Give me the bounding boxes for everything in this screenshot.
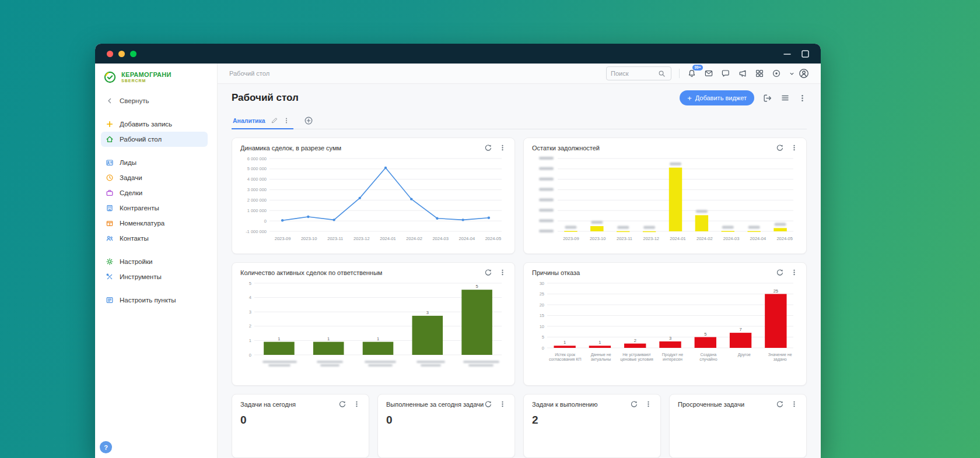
svg-text:3: 3: [426, 310, 429, 315]
lead-card-icon: [106, 158, 114, 167]
plus-icon: [106, 120, 114, 128]
widget-debt-balances: Остатки задолжностей 2023-092023-102023-…: [523, 138, 807, 254]
refresh-icon[interactable]: [338, 400, 346, 408]
search-box[interactable]: [606, 66, 671, 80]
widget-tasks-done-today: Выполненные за сегодня задачи 0: [377, 394, 515, 458]
page-title: Рабочий стол: [232, 92, 299, 104]
sidebar-item-contacts[interactable]: Контакты: [101, 231, 208, 246]
kebab-menu-icon[interactable]: [499, 400, 506, 408]
svg-text:2 000 000: 2 000 000: [247, 198, 267, 203]
kebab-menu-icon[interactable]: [353, 400, 360, 408]
refresh-icon[interactable]: [776, 269, 783, 276]
bar-chart-debts: 2023-092023-102023-112023-122024-012024-…: [532, 153, 798, 244]
svg-text:5 000 000: 5 000 000: [247, 166, 267, 171]
widget-title: Количество активных сделок по ответствен…: [240, 269, 382, 276]
zoom-window-button[interactable]: [130, 51, 136, 57]
svg-text:0: 0: [264, 219, 267, 224]
minimize-window-button[interactable]: [118, 51, 125, 57]
add-widget-button[interactable]: + Добавить виджет: [680, 90, 754, 105]
tab-analytics[interactable]: Аналитика: [232, 117, 293, 129]
clock-icon: [106, 174, 114, 182]
sidebar-item-nomenclature[interactable]: Номенклатура: [101, 216, 208, 231]
contacts-icon: [106, 234, 114, 242]
widget-rejection-reasons: Причины отказа 30252015105011235725Истек…: [523, 262, 807, 386]
tab-kebab-icon[interactable]: [283, 117, 290, 124]
search-input[interactable]: [611, 70, 657, 77]
svg-text:15: 15: [540, 313, 544, 318]
kebab-menu-icon[interactable]: [790, 144, 798, 152]
add-tab-button[interactable]: [304, 116, 313, 129]
widget-title: Задачи к выполнению: [532, 401, 598, 408]
sidebar-item-label: Сделки: [120, 189, 142, 196]
svg-text:3: 3: [669, 336, 671, 341]
minimize-icon[interactable]: [783, 50, 791, 58]
sidebar-collapse-button[interactable]: Свернуть: [101, 93, 208, 108]
widget-title: Динамика сделок, в разрезе сумм: [240, 145, 341, 152]
page-content: Рабочий стол + Добавить виджет: [218, 84, 821, 458]
sidebar-item-add-record[interactable]: Добавить запись: [101, 117, 208, 132]
search-icon[interactable]: [657, 69, 666, 78]
help-button[interactable]: ?: [100, 441, 112, 453]
kebab-menu-icon[interactable]: [645, 400, 652, 408]
mail-button[interactable]: [704, 69, 713, 78]
maximize-icon[interactable]: [802, 50, 809, 58]
sidebar-item-tools[interactable]: Инструменты: [101, 269, 208, 284]
kebab-menu-icon[interactable]: [499, 269, 506, 276]
export-icon[interactable]: [762, 93, 772, 103]
refresh-icon[interactable]: [484, 144, 492, 152]
refresh-icon[interactable]: [776, 144, 783, 152]
svg-text:1: 1: [249, 338, 251, 343]
widget-tasks-today: Задачи на сегодня 0: [232, 394, 369, 458]
sidebar-item-dashboard[interactable]: Рабочий стол: [101, 132, 208, 147]
kebab-menu-icon[interactable]: [499, 144, 506, 152]
apps-button[interactable]: [755, 69, 764, 78]
sidebar-item-label: Добавить запись: [120, 121, 172, 128]
bonus-button[interactable]: [772, 69, 781, 78]
sidebar-item-tasks[interactable]: Задачи: [101, 170, 208, 185]
refresh-icon[interactable]: [484, 269, 492, 276]
apps-icon: [755, 69, 764, 78]
bar-chart-rejections: 30252015105011235725Истек срок согласова…: [532, 277, 798, 375]
sidebar-item-leads[interactable]: Лиды: [101, 155, 208, 170]
refresh-icon[interactable]: [630, 400, 638, 408]
sidebar-item-configure-items[interactable]: Настроить пункты: [101, 293, 208, 308]
refresh-icon[interactable]: [776, 400, 783, 408]
chevron-down-icon: [789, 71, 795, 77]
svg-text:1: 1: [564, 340, 566, 345]
svg-text:25: 25: [774, 288, 778, 294]
announcements-button[interactable]: [738, 69, 747, 78]
disc-icon: [772, 69, 781, 78]
menu-icon[interactable]: [780, 93, 790, 103]
svg-text:3 000 000: 3 000 000: [247, 187, 267, 192]
breadcrumb: Рабочий стол: [229, 70, 270, 77]
widget-value: 0: [386, 414, 506, 427]
sidebar-item-label: Задачи: [120, 174, 142, 181]
sidebar-item-deals[interactable]: Сделки: [101, 185, 208, 200]
widget-value: 0: [240, 414, 360, 427]
profile-menu-button[interactable]: [789, 68, 809, 79]
traffic-lights: [107, 51, 136, 57]
refresh-icon[interactable]: [484, 400, 492, 408]
sidebar-item-label: Настройки: [120, 258, 152, 265]
notifications-button[interactable]: 99+: [687, 69, 696, 78]
main-area: Рабочий стол 99+: [218, 64, 821, 458]
close-window-button[interactable]: [107, 51, 113, 57]
svg-text:2: 2: [249, 323, 251, 329]
kebab-menu-icon[interactable]: [790, 400, 798, 408]
edit-pencil-icon[interactable]: [271, 117, 278, 124]
kebab-menu-icon[interactable]: [790, 269, 798, 276]
topbar: Рабочий стол 99+: [218, 64, 821, 84]
logo-title: КЕРАМОГРАНИ: [121, 71, 172, 79]
chevron-left-icon: [106, 97, 114, 105]
widget-deals-dynamics: Динамика сделок, в разрезе сумм 6 000 00…: [232, 138, 515, 254]
svg-text:10: 10: [540, 324, 544, 329]
bar-chart-active-deals: 54321011135: [240, 277, 506, 375]
sidebar-item-settings[interactable]: Настройки: [101, 254, 208, 269]
kebab-menu-icon[interactable]: [798, 94, 807, 103]
chat-button[interactable]: [721, 69, 730, 78]
chat-icon: [721, 69, 730, 78]
svg-text:4: 4: [249, 295, 251, 300]
sidebar-item-counterparties[interactable]: Контрагенты: [101, 200, 208, 216]
sidebar-item-label: Инструменты: [120, 273, 162, 280]
building-icon: [106, 204, 114, 212]
